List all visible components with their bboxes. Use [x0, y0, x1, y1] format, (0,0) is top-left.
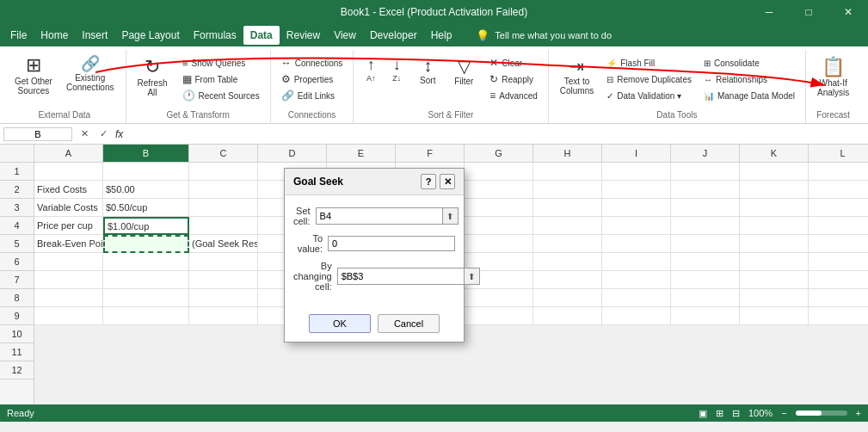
cell-b9[interactable]: [103, 307, 189, 325]
col-header-c[interactable]: C: [189, 145, 258, 162]
cell-i5[interactable]: [602, 235, 671, 253]
from-table-button[interactable]: ▦ From Table: [177, 71, 265, 87]
cell-l4[interactable]: [809, 217, 868, 235]
cell-l5[interactable]: [809, 235, 868, 253]
row-header-2[interactable]: 2: [0, 181, 34, 199]
col-header-d[interactable]: D: [258, 145, 327, 162]
cell-l6[interactable]: [809, 253, 868, 271]
cell-j5[interactable]: [671, 235, 740, 253]
get-other-sources-button[interactable]: ⊞ Get OtherSources: [9, 52, 58, 107]
menu-item-home[interactable]: Home: [34, 26, 75, 45]
cell-i6[interactable]: [602, 253, 671, 271]
text-to-columns-button[interactable]: ⇥ Text toColumns: [554, 52, 600, 107]
cell-b4[interactable]: $1.00/cup: [103, 217, 189, 235]
col-header-f[interactable]: F: [396, 145, 465, 162]
cell-k8[interactable]: [740, 289, 809, 307]
cell-l9[interactable]: [809, 307, 868, 325]
row-header-1[interactable]: 1: [0, 163, 34, 181]
show-queries-button[interactable]: ≡ Show Queries: [177, 55, 265, 71]
cancel-formula-button[interactable]: ✕: [76, 127, 93, 142]
confirm-formula-button[interactable]: ✓: [95, 127, 112, 142]
data-validation-button[interactable]: ✓ Data Validation ▾: [601, 88, 697, 103]
col-header-k[interactable]: K: [740, 145, 809, 162]
cell-j7[interactable]: [671, 271, 740, 289]
cell-a4[interactable]: Price per cup: [34, 217, 103, 235]
dialog-close-button[interactable]: ✕: [440, 174, 455, 189]
view-normal-icon[interactable]: ▣: [699, 408, 707, 419]
edit-links-button[interactable]: 🔗 Edit Links: [276, 88, 348, 103]
cell-h3[interactable]: [533, 199, 602, 217]
cell-a9[interactable]: [34, 307, 103, 325]
zoom-in-icon[interactable]: +: [856, 408, 861, 418]
cell-b6[interactable]: [103, 253, 189, 271]
menu-item-review[interactable]: Review: [280, 26, 327, 45]
cell-g4[interactable]: [465, 217, 533, 235]
row-header-6[interactable]: 6: [0, 253, 34, 271]
cell-l2[interactable]: [809, 181, 868, 199]
cell-k4[interactable]: [740, 217, 809, 235]
cell-k6[interactable]: [740, 253, 809, 271]
cell-c7[interactable]: [189, 271, 258, 289]
properties-button[interactable]: ⚙ Properties: [276, 71, 348, 87]
reapply-button[interactable]: ↻ Reapply: [484, 71, 543, 87]
filter-button[interactable]: ▽ Filter: [446, 52, 481, 107]
row-header-5[interactable]: 5: [0, 235, 34, 253]
cell-g2[interactable]: [465, 181, 533, 199]
view-layout-icon[interactable]: ⊞: [716, 408, 723, 419]
cell-a1[interactable]: [34, 163, 103, 181]
cell-g5[interactable]: [465, 235, 533, 253]
cell-k5[interactable]: [740, 235, 809, 253]
clear-button[interactable]: ✕ Clear: [484, 55, 543, 71]
zoom-out-icon[interactable]: −: [781, 408, 786, 418]
cell-k7[interactable]: [740, 271, 809, 289]
cell-k3[interactable]: [740, 199, 809, 217]
cell-b8[interactable]: [103, 289, 189, 307]
cell-h4[interactable]: [533, 217, 602, 235]
cell-i3[interactable]: [602, 199, 671, 217]
col-header-j[interactable]: J: [671, 145, 740, 162]
cell-l3[interactable]: [809, 199, 868, 217]
cell-l7[interactable]: [809, 271, 868, 289]
cell-b1[interactable]: [103, 163, 189, 181]
recent-sources-button[interactable]: 🕐 Recent Sources: [177, 88, 265, 103]
cell-k9[interactable]: [740, 307, 809, 325]
cancel-button[interactable]: Cancel: [378, 314, 440, 333]
relationships-button[interactable]: ↔ Relationships: [699, 71, 800, 87]
sort-button[interactable]: ↕ Sort: [410, 52, 445, 107]
row-header-10[interactable]: 10: [0, 325, 34, 343]
cell-h7[interactable]: [533, 271, 602, 289]
col-header-g[interactable]: G: [465, 145, 533, 162]
refresh-all-button[interactable]: ↻ RefreshAll: [132, 52, 174, 107]
cell-h1[interactable]: [533, 163, 602, 181]
cell-i4[interactable]: [602, 217, 671, 235]
cell-h5[interactable]: [533, 235, 602, 253]
close-button[interactable]: ✕: [828, 0, 868, 24]
existing-connections-button[interactable]: 🔗 ExistingConnections: [60, 52, 120, 107]
ok-button[interactable]: OK: [309, 314, 371, 333]
menu-item-view[interactable]: View: [327, 26, 363, 45]
cell-c3[interactable]: [189, 199, 258, 217]
by-changing-picker-button[interactable]: ⬆: [464, 268, 479, 284]
row-header-9[interactable]: 9: [0, 307, 34, 325]
cell-h2[interactable]: [533, 181, 602, 199]
cell-g1[interactable]: [465, 163, 533, 181]
cell-a2[interactable]: Fixed Costs: [34, 181, 103, 199]
row-header-12[interactable]: 12: [0, 361, 34, 380]
cell-g3[interactable]: [465, 199, 533, 217]
cell-j8[interactable]: [671, 289, 740, 307]
cell-a7[interactable]: [34, 271, 103, 289]
cell-a3[interactable]: Variable Costs: [34, 199, 103, 217]
row-header-11[interactable]: 11: [0, 343, 34, 361]
set-cell-picker-button[interactable]: ⬆: [442, 208, 458, 224]
cell-j3[interactable]: [671, 199, 740, 217]
cell-j2[interactable]: [671, 181, 740, 199]
maximize-button[interactable]: □: [789, 0, 828, 24]
row-header-4[interactable]: 4: [0, 217, 34, 235]
cell-c6[interactable]: [189, 253, 258, 271]
menu-item-page-layout[interactable]: Page Layout: [114, 26, 186, 45]
cell-b3[interactable]: $0.50/cup: [103, 199, 189, 217]
cell-i8[interactable]: [602, 289, 671, 307]
cell-b7[interactable]: [103, 271, 189, 289]
what-if-analysis-button[interactable]: 📋 What-IfAnalysis: [811, 52, 855, 107]
to-value-input[interactable]: [329, 237, 454, 250]
